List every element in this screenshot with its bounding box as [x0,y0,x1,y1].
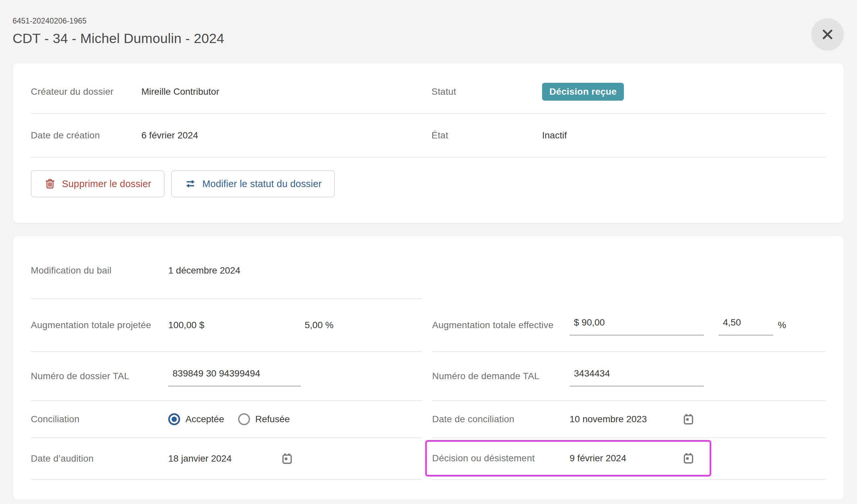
lease-modification-label: Modification du bail [31,263,168,278]
calendar-icon-decision[interactable] [682,452,695,465]
state-label: État [432,130,542,141]
tal-file-number-input[interactable] [168,366,301,386]
calendar-icon-conciliation[interactable] [682,413,695,426]
radio-icon-refusee[interactable] [238,413,250,425]
projected-increase-percent: 5,00 % [305,320,334,331]
delete-case-label: Supprimer le dossier [62,179,151,189]
details-card: Modification du bail 1 décembre 2024 Aug… [13,236,844,500]
radio-label-refusee: Refusée [255,414,290,424]
close-icon [821,28,834,41]
decision-date-label: Décision ou désistement [432,451,570,466]
page-header: 6451-20240206-1965 CDT - 34 - Michel Dum… [13,17,844,46]
row-conciliation: Conciliation Acceptée Refusée Date de co… [31,401,826,438]
delete-case-button[interactable]: Supprimer le dossier [31,170,165,197]
status-badge: Décision reçue [542,83,624,101]
effective-increase-percent-input[interactable] [719,315,773,335]
tal-request-number-input[interactable] [570,366,704,386]
decision-highlight-box: Décision ou désistement 9 février 2024 [425,440,711,476]
radio-option-acceptee[interactable]: Acceptée [168,413,224,425]
radio-option-refusee[interactable]: Refusée [238,413,290,425]
radio-label-acceptee: Acceptée [185,414,224,424]
creator-label: Créateur du dossier [31,86,141,97]
conciliation-date-label: Date de conciliation [432,411,570,427]
lease-modification-value: 1 décembre 2024 [168,265,240,276]
tal-file-number-label: Numéro de dossier TAL [31,369,168,384]
percent-suffix: % [778,320,786,331]
effective-increase-label: Augmentation totale effective [432,318,570,333]
close-button[interactable] [811,18,844,51]
summary-row-1: Créateur du dossier Mireille Contributor… [31,70,826,114]
creation-date-value: 6 février 2024 [141,130,198,141]
conciliation-label: Conciliation [31,411,168,427]
projected-increase-amount: 100,00 $ [168,320,305,331]
tal-request-number-label: Numéro de demande TAL [432,369,570,384]
projected-increase-label: Augmentation totale projetée [31,318,168,333]
row-increase: Augmentation totale projetée 100,00 $ 5,… [31,299,826,352]
state-value: Inactif [542,130,567,141]
audition-date-value: 18 janvier 2024 [168,453,281,464]
row-lease-modification: Modification du bail 1 décembre 2024 [31,243,826,299]
creation-date-label: Date de création [31,130,141,141]
decision-date-value: 9 février 2024 [570,453,682,464]
summary-card: Créateur du dossier Mireille Contributor… [13,64,844,223]
audition-date-label: Date d’audition [31,451,168,466]
creator-value: Mireille Contributor [141,86,219,97]
status-label: Statut [432,86,542,97]
row-dates: Date d’audition 18 janvier 2024 Décision… [31,438,826,480]
swap-arrows-icon [184,178,196,190]
case-id: 6451-20240206-1965 [13,17,844,26]
row-tal-numbers: Numéro de dossier TAL Numéro de demande … [31,352,826,401]
effective-increase-amount-input[interactable] [570,315,704,335]
modify-status-label: Modifier le statut du dossier [202,179,321,189]
summary-row-2: Date de création 6 février 2024 État Ina… [31,114,826,157]
actions-row: Supprimer le dossier Modifier le statut … [31,170,826,197]
case-detail-page: 6451-20240206-1965 CDT - 34 - Michel Dum… [0,0,857,500]
conciliation-date-value: 10 novembre 2023 [570,414,682,424]
modify-status-button[interactable]: Modifier le statut du dossier [171,170,335,197]
page-title: CDT - 34 - Michel Dumoulin - 2024 [13,31,844,46]
trash-icon [44,178,56,190]
calendar-icon-audition[interactable] [281,452,293,465]
conciliation-radio-group: Acceptée Refusée [168,413,304,425]
radio-icon-acceptee[interactable] [168,413,180,425]
